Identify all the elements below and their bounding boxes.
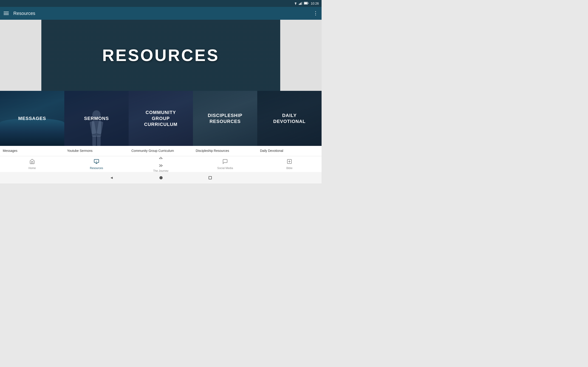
nav-journey[interactable]: The Journey <box>129 156 193 173</box>
home-button[interactable] <box>159 176 163 179</box>
messages-card[interactable]: MESSAGES <box>0 91 64 146</box>
svg-rect-1 <box>299 4 300 5</box>
nav-home-label: Home <box>28 167 36 170</box>
svg-rect-3 <box>301 2 301 5</box>
home-icon <box>29 159 35 166</box>
svg-rect-6 <box>304 2 307 4</box>
time-display: 10:26 <box>311 2 319 5</box>
side-area-right <box>280 20 321 91</box>
battery-icon <box>304 2 309 5</box>
discipleship-card[interactable]: DISCIPLESHIP RESOURCES <box>193 91 257 146</box>
discipleship-label: Discipleship Resources <box>193 149 257 153</box>
social-icon <box>222 159 228 166</box>
discipleship-card-label[interactable]: DISCIPLESHIP RESOURCES <box>193 91 257 146</box>
svg-rect-7 <box>308 3 308 4</box>
resources-icon <box>94 159 99 166</box>
curriculum-label: Community Group Curriculum <box>129 149 193 153</box>
messages-label: Messages <box>0 149 64 153</box>
nav-social[interactable]: Social Media <box>193 159 257 170</box>
status-bar: 10:26 <box>0 0 321 7</box>
messages-card-label[interactable]: MESSAGES <box>0 91 64 146</box>
svg-rect-2 <box>300 3 300 5</box>
nav-bible-label: Bible <box>286 167 293 170</box>
devotional-card-label[interactable]: DAILY DEVOTIONAL <box>257 91 321 146</box>
nav-resources[interactable]: Resources <box>64 159 129 170</box>
devotional-card[interactable]: DAILY DEVOTIONAL <box>257 91 321 146</box>
hero-title: RESOURCES <box>102 46 219 65</box>
signal-icon <box>299 2 303 6</box>
devotional-label: Daily Devotional <box>257 149 321 153</box>
wifi-icon <box>294 2 297 6</box>
sermons-card-label[interactable]: SERMONS <box>64 91 129 146</box>
side-area-left <box>0 20 41 91</box>
journey-icon <box>158 156 164 168</box>
nav-bible[interactable]: Bible <box>257 159 321 170</box>
svg-rect-4 <box>302 2 302 5</box>
resource-cards-section: MESSAGES SERMONS COMMUNITY GROUP CU <box>0 91 321 146</box>
app-bar: Resources ⋮ <box>0 7 321 20</box>
system-navigation-bar: ◄ <box>0 172 321 184</box>
page-title: Resources <box>13 11 313 16</box>
svg-marker-15 <box>96 161 97 162</box>
more-options-button[interactable]: ⋮ <box>313 10 318 16</box>
nav-social-label: Social Media <box>217 167 233 170</box>
nav-home[interactable]: Home <box>0 159 64 170</box>
svg-point-0 <box>295 4 296 5</box>
back-button[interactable]: ◄ <box>110 176 113 180</box>
hero-banner: RESOURCES <box>41 20 280 91</box>
curriculum-card-label[interactable]: COMMUNITY GROUP CURRICULUM <box>129 91 193 146</box>
curriculum-card[interactable]: COMMUNITY GROUP CURRICULUM <box>129 91 193 146</box>
bottom-navigation: Home Resources The Journey <box>0 156 321 172</box>
sermons-label: Youtube Sermons <box>64 149 129 153</box>
sermons-card[interactable]: SERMONS <box>64 91 129 146</box>
nav-resources-label: Resources <box>90 167 103 170</box>
bible-icon <box>287 159 292 166</box>
recents-button[interactable] <box>208 176 212 179</box>
hamburger-menu-button[interactable] <box>4 12 9 15</box>
